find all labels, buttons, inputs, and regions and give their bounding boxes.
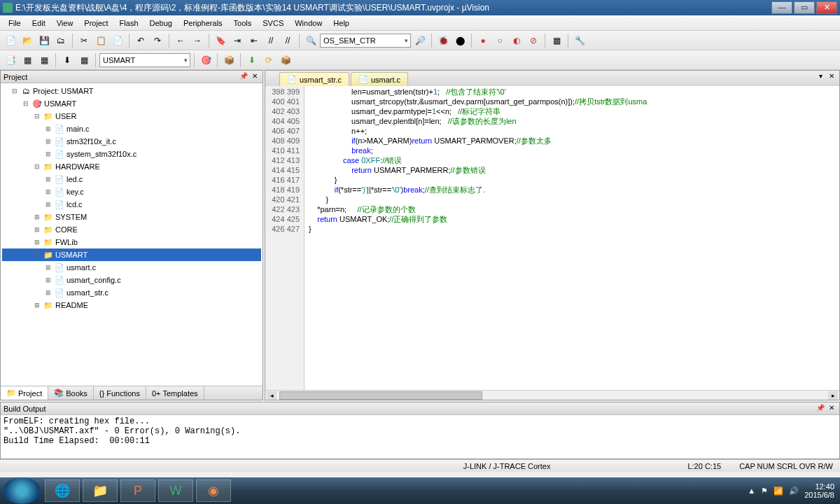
h-scrollbar[interactable]: ◂ ▸	[265, 390, 839, 400]
task-app-2[interactable]: 📁	[83, 479, 118, 502]
download-icon[interactable]: ⬇	[244, 52, 260, 68]
panel-tab[interactable]: 📚Books	[48, 386, 94, 400]
translate-icon[interactable]: 📑	[3, 52, 18, 68]
tree-item[interactable]: ⊟🗂Project: USMART	[2, 85, 261, 97]
maximize-button[interactable]: ▭	[794, 1, 815, 14]
menu-help[interactable]: Help	[328, 18, 355, 29]
editor-tab[interactable]: 📄usmart.c	[351, 72, 408, 86]
system-tray[interactable]: ▲ ⚑ 📶 🔊 12:402015/6/8	[742, 482, 840, 499]
close-button[interactable]: ✕	[816, 1, 837, 14]
bp-icon[interactable]: ●	[475, 33, 491, 48]
project-tree[interactable]: ⊟🗂Project: USMART⊟🎯USMART⊟📁USER⊞📄main.c⊞…	[1, 83, 262, 386]
menu-view[interactable]: View	[51, 18, 79, 29]
tab-menu-icon[interactable]: ▾	[816, 72, 825, 82]
bp2-icon[interactable]: ○	[492, 33, 507, 48]
config-icon[interactable]: 🔧	[572, 33, 587, 48]
tree-item[interactable]: ⊞📄led.c	[2, 173, 261, 186]
window-icon[interactable]: ▦	[549, 33, 564, 48]
tray-icon[interactable]: 📶	[774, 486, 783, 496]
editor-tab[interactable]: 📄usmart_str.c	[279, 72, 349, 86]
outdent-icon[interactable]: ⇤	[246, 33, 262, 48]
debug-icon[interactable]: 🐞	[435, 33, 451, 48]
tree-item[interactable]: ⊞📄system_stm32f10x.c	[2, 148, 261, 160]
scroll-right-icon[interactable]: ▸	[828, 391, 838, 400]
task-app-5[interactable]: ◉	[196, 479, 231, 502]
uncomment-icon[interactable]: //	[280, 33, 295, 48]
tree-item[interactable]: ⊟🎯USMART	[2, 97, 261, 110]
fwd-icon[interactable]: →	[190, 33, 205, 48]
rebuild-icon[interactable]: ▦	[36, 52, 52, 68]
clock[interactable]: 12:402015/6/8	[804, 482, 834, 499]
panel-close-icon[interactable]: ✕	[250, 72, 260, 82]
taskbar[interactable]: 🌐 📁 P W ◉ ▲ ⚑ 📶 🔊 12:402015/6/8	[0, 477, 840, 504]
tray-icon[interactable]: 🔊	[789, 486, 799, 496]
tree-item[interactable]: ⊞📄main.c	[2, 122, 261, 135]
start-button[interactable]	[3, 477, 41, 504]
tree-item[interactable]: ⊞📄lcd.c	[2, 198, 261, 211]
saveall-icon[interactable]: 🗂	[53, 33, 69, 48]
task-app-1[interactable]: 🌐	[45, 479, 80, 502]
tree-item[interactable]: ⊞📄usmart_config.c	[2, 274, 261, 286]
paste-icon[interactable]: 📄	[110, 33, 125, 48]
redo-icon[interactable]: ↷	[150, 33, 165, 48]
target-combo[interactable]: OS_SEM_CTR	[320, 34, 411, 48]
menu-window[interactable]: Window	[289, 18, 328, 29]
bookmark-icon[interactable]: 🔖	[213, 33, 228, 48]
indent-icon[interactable]: ⇥	[230, 33, 245, 48]
find2-icon[interactable]: 🔎	[412, 33, 428, 48]
bp4-icon[interactable]: ⊘	[526, 33, 541, 48]
task-app-4[interactable]: W	[158, 479, 193, 502]
comment-icon[interactable]: //	[263, 33, 279, 48]
options-icon[interactable]: 🎯	[198, 52, 214, 68]
tree-item[interactable]: ⊞📁FWLib	[2, 236, 261, 248]
build-icon[interactable]: ▦	[20, 52, 35, 68]
scroll-thumb[interactable]	[279, 391, 482, 400]
tree-item[interactable]: ⊞📄stm32f10x_it.c	[2, 135, 261, 148]
new-icon[interactable]: 📄	[3, 33, 18, 48]
tab-close-icon[interactable]: ✕	[827, 72, 836, 82]
stop-icon[interactable]: ▦	[76, 52, 92, 68]
minimize-button[interactable]: —	[771, 1, 792, 14]
pack-icon[interactable]: 📦	[278, 52, 293, 68]
output-pin-icon[interactable]: 📌	[816, 404, 825, 414]
menu-svcs[interactable]: SVCS	[257, 18, 289, 29]
undo-icon[interactable]: ↶	[133, 33, 148, 48]
tray-icon[interactable]: ▲	[748, 486, 755, 495]
code-area[interactable]: 398 399 400 401 402 403 404 405 406 407 …	[265, 86, 839, 390]
tree-item[interactable]: ⊞📁SYSTEM	[2, 211, 261, 223]
manage-icon[interactable]: 📦	[221, 52, 237, 68]
batch-icon[interactable]: ⬇	[59, 52, 75, 68]
menu-edit[interactable]: Edit	[27, 18, 51, 29]
erase-icon[interactable]: ⟳	[261, 52, 276, 68]
tray-icon[interactable]: ⚑	[761, 486, 768, 496]
panel-tab[interactable]: 0+Templates	[146, 386, 204, 400]
save-icon[interactable]: 💾	[36, 33, 52, 48]
tree-item[interactable]: ⊞📁CORE	[2, 223, 261, 236]
menu-tools[interactable]: Tools	[228, 18, 258, 29]
open-icon[interactable]: 📂	[20, 33, 35, 48]
menu-file[interactable]: File	[3, 18, 27, 29]
code-text[interactable]: len=usmart_strlen(tstr)+1; //包含了结束符'\0' …	[304, 86, 839, 390]
panel-tab[interactable]: {}Functions	[94, 386, 146, 400]
tree-item[interactable]: ⊟📁HARDWARE	[2, 160, 261, 173]
build-output-text[interactable]: FromELF: creating hex file... "..\OBJ\US…	[1, 415, 839, 458]
pin-icon[interactable]: 📌	[239, 72, 248, 82]
menu-flash[interactable]: Flash	[114, 18, 144, 29]
scroll-left-icon[interactable]: ◂	[267, 391, 276, 400]
menu-peripherals[interactable]: Peripherals	[178, 18, 228, 29]
tree-item[interactable]: ⊞📄key.c	[2, 186, 261, 198]
back-icon[interactable]: ←	[173, 33, 188, 48]
find-icon[interactable]: 🔍	[303, 33, 318, 48]
tree-item[interactable]: ⊟📁USER	[2, 110, 261, 122]
panel-tab[interactable]: 📁Project	[1, 386, 48, 400]
task-app-3[interactable]: P	[120, 479, 155, 502]
cut-icon[interactable]: ✂	[76, 33, 92, 48]
copy-icon[interactable]: 📋	[93, 33, 108, 48]
insert-icon[interactable]: ⬤	[452, 33, 468, 48]
menu-project[interactable]: Project	[78, 18, 113, 29]
bp3-icon[interactable]: ◐	[509, 33, 524, 48]
tree-item[interactable]: ⊟📁USMART	[2, 248, 261, 261]
tree-item[interactable]: ⊞📁README	[2, 299, 261, 312]
output-close-icon[interactable]: ✕	[827, 404, 836, 414]
menu-debug[interactable]: Debug	[144, 18, 178, 29]
